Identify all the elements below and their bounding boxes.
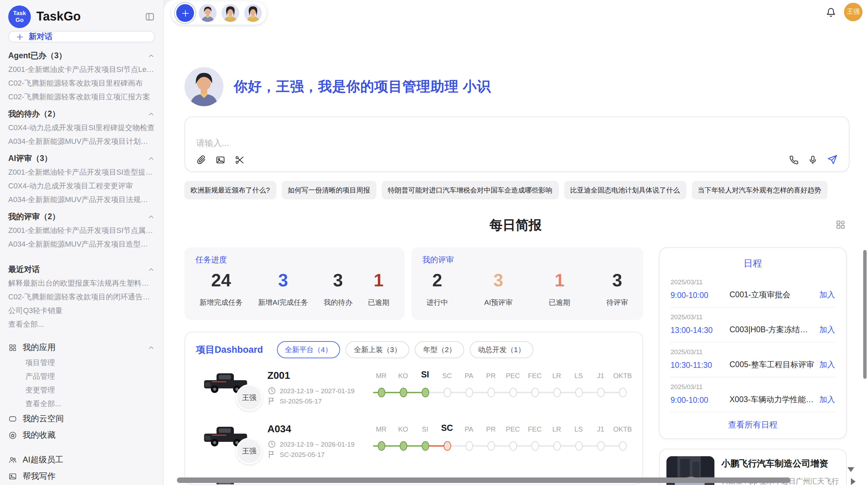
- app-sub-item[interactable]: 项目管理: [8, 356, 155, 369]
- sidebar-toggle-icon[interactable]: [145, 12, 155, 22]
- sidebar-link-cloud[interactable]: 我的云空间: [8, 410, 155, 427]
- event-date: 2025/03/11: [671, 383, 835, 390]
- send-icon[interactable]: [827, 154, 838, 165]
- sidebar-section-header[interactable]: 我的待办（2）: [8, 107, 155, 121]
- project-flag-text: SC-2025-05-17: [280, 450, 325, 458]
- sidebar-item[interactable]: A034-全新新能源MUV产品开发项目造型可行性评审: [8, 237, 155, 251]
- filter-chip[interactable]: 动总开发（1）: [470, 341, 533, 358]
- app-title: TaskGo: [36, 10, 139, 24]
- app-sub-item[interactable]: 变更管理: [8, 383, 155, 397]
- dashboard-title: 项目Dashboard: [196, 344, 263, 356]
- sidebar-link-star[interactable]: 我的收藏: [8, 427, 155, 443]
- dashboard-filters: 全新平台（4）全新上装（3）年型（2）动总开发（1）: [277, 341, 533, 358]
- recent-chat-item[interactable]: 查看全部...: [8, 317, 155, 331]
- event-name: C001-立项审批会: [730, 290, 815, 300]
- project-dates: 2023-12-19 ~ 2027-01-19: [267, 385, 370, 396]
- sidebar-item[interactable]: A034-全新新能源MUV产品开发项目计划变更表编写: [8, 134, 155, 148]
- sidebar-task-sections: Agent已办（3）Z001-全新燃油皮卡产品开发项目SI节点Lesson Le…: [8, 45, 155, 251]
- sidebar-section-title: 最近对话: [8, 264, 40, 274]
- event-time: 10:30-11:30: [671, 361, 730, 369]
- milestone-node-done: [399, 441, 407, 451]
- stat-grid: 2进行中3AI预评审1已逾期3待评审: [422, 270, 632, 308]
- attachment-icon[interactable]: [196, 155, 206, 165]
- filter-chip[interactable]: 全新平台（4）: [277, 341, 340, 358]
- sidebar-item[interactable]: A034-全新新能源MUV产品开发项目法规符合性评审: [8, 192, 155, 206]
- user-avatar[interactable]: 王强: [844, 3, 863, 21]
- milestone-node-overdue: [443, 441, 451, 451]
- sidebar-item[interactable]: C02-飞腾新能源轻客改款项目里程碑画布: [8, 76, 155, 90]
- suggestion-chip[interactable]: 特朗普可能对进口汽车增税会对中国车企造成哪些影响: [382, 181, 558, 199]
- briefing-card: 任务进度24新增完成任务3新增AI完成任务3我的待办1已逾期: [184, 247, 405, 320]
- image-upload-icon[interactable]: [215, 155, 226, 165]
- sidebar-item[interactable]: Z001-全新燃油皮卡产品开发项目SI节点Lesson Learn报告: [8, 62, 155, 76]
- chat-input[interactable]: [196, 138, 838, 151]
- recent-chat-item[interactable]: C02-飞腾新能源轻客改款项目的闭环通告反馈情况: [8, 290, 155, 303]
- session-avatar-1[interactable]: [199, 4, 217, 22]
- join-link[interactable]: 加入: [819, 395, 835, 405]
- stat-item: 3我的待办: [324, 270, 352, 308]
- session-avatar-2[interactable]: [221, 4, 239, 22]
- project-dates-text: 2023-12-19 ~ 2027-01-19: [280, 387, 354, 394]
- app-sub-item[interactable]: 产品管理: [8, 369, 155, 383]
- filter-chip[interactable]: 年型（2）: [415, 341, 464, 358]
- sidebar-item[interactable]: C0X4-动力总成开发项目工程变更评审: [8, 179, 155, 192]
- sidebar-tool-label: AI超级员工: [23, 454, 63, 465]
- milestone-node-pending: [509, 388, 517, 397]
- scroll-right-arrow-icon[interactable]: [851, 478, 856, 485]
- horizontal-scrollbar[interactable]: [177, 477, 791, 483]
- sidebar-tools-section: AI超级员工帮我写作创意制图: [8, 451, 155, 485]
- briefing-cards: 任务进度24新增完成任务3新增AI完成任务3我的待办1已逾期我的评审2进行中3A…: [184, 247, 643, 320]
- project-code: Z001: [267, 370, 370, 381]
- clock-icon: [267, 439, 276, 448]
- sidebar-section-header[interactable]: 最近对话: [8, 262, 155, 276]
- join-link[interactable]: 加入: [819, 325, 835, 335]
- recent-chat-item[interactable]: 公司Q3轻卡销量: [8, 303, 155, 317]
- new-chat-button[interactable]: 新对话: [8, 31, 155, 42]
- suggestion-chip[interactable]: 欧洲新规最近颁布了什么?: [184, 181, 276, 199]
- stat-value: 3: [278, 270, 288, 290]
- milestone-node-pending: [443, 388, 451, 397]
- layout-grid-icon[interactable]: [835, 219, 846, 230]
- milestone-node-pending: [553, 388, 560, 397]
- stat-value: 3: [493, 270, 503, 290]
- new-session-button[interactable]: [176, 4, 194, 22]
- join-link[interactable]: 加入: [819, 360, 835, 370]
- event-date: 2025/03/11: [671, 348, 835, 356]
- voice-call-icon[interactable]: [788, 154, 799, 165]
- sidebar-item[interactable]: Z001-全新燃油轻卡产品开发项目SI节点属性5D文件评审: [8, 223, 155, 237]
- milestone-node-pending: [487, 388, 495, 397]
- join-link[interactable]: 加入: [819, 290, 835, 300]
- sidebar-item[interactable]: C0X4-动力总成开发项目SI里程碑提交物检查: [8, 121, 155, 134]
- microphone-icon[interactable]: [808, 154, 818, 165]
- suggestion-chip[interactable]: 比亚迪全固态电池计划具体说了什么: [564, 181, 686, 199]
- sidebar-tool-image[interactable]: 帮我写作: [8, 468, 155, 484]
- scroll-down-arrow-icon[interactable]: [847, 467, 854, 472]
- sidebar-item[interactable]: C02-飞腾新能源轻客改款项目立项汇报方案: [8, 90, 155, 103]
- sidebar-link-label: 我的云空间: [23, 413, 64, 424]
- suggestion-chip[interactable]: 如何写一份清晰的项目周报: [281, 181, 376, 199]
- event-row: 13:00-14:30C003|H0B-方案冻结评审加入: [671, 325, 835, 335]
- project-thumb: 王强: [196, 417, 267, 465]
- suggestion-chip[interactable]: 当下年轻人对汽车外观有怎样的喜好趋势: [691, 181, 827, 199]
- session-avatar-3[interactable]: [244, 4, 262, 22]
- sidebar-recent-section: 最近对话解释最新出台的欧盟报废车法规再生塑料比例被调至15%...C02-飞腾新…: [8, 259, 155, 331]
- milestone-node-pending: [619, 441, 626, 451]
- sidebar-section-header[interactable]: AI评审（3）: [8, 151, 155, 165]
- screenshot-scissors-icon[interactable]: [234, 155, 245, 165]
- sidebar-section-header[interactable]: Agent已办（3）: [8, 49, 155, 62]
- recent-chat-item[interactable]: 解释最新出台的欧盟报废车法规再生塑料比例被调至15%...: [8, 276, 155, 290]
- filter-chip[interactable]: 全新上装（3）: [346, 341, 410, 358]
- vertical-scrollbar[interactable]: [863, 250, 867, 379]
- event-name: C005-整车工程目标评审: [730, 360, 815, 370]
- notification-bell-icon[interactable]: [825, 7, 836, 18]
- app-sub-item[interactable]: 查看全部...: [8, 397, 155, 410]
- sidebar-apps-header[interactable]: 我的应用: [8, 339, 155, 356]
- composer-right-tools: [788, 154, 838, 165]
- sidebar-item[interactable]: Z001-全新燃油轻卡产品开发项目SI造型提交物评审: [8, 165, 155, 179]
- stat-value: 2: [432, 270, 442, 290]
- composer-left-tools: [196, 155, 245, 165]
- sidebar-section-header[interactable]: 我的评审（2）: [8, 210, 155, 223]
- view-all-schedule-link[interactable]: 查看所有日程: [671, 412, 835, 438]
- session-tabs: [171, 1, 267, 25]
- sidebar-tool-people[interactable]: AI超级员工: [8, 451, 155, 468]
